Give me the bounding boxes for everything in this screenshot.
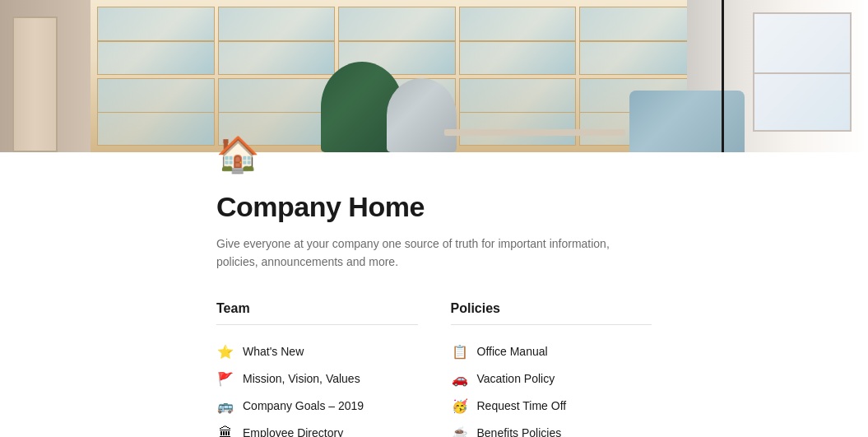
whats-new-icon: ⭐: [216, 344, 234, 360]
list-item[interactable]: 🏛 Employee Directory: [216, 420, 418, 437]
window-pane: [218, 7, 336, 75]
list-item[interactable]: 🚌 Company Goals – 2019: [216, 393, 418, 420]
list-item[interactable]: 🚗 Vacation Policy: [451, 365, 652, 393]
list-item[interactable]: ⭐ What's New: [216, 338, 418, 365]
hero-right: [687, 0, 868, 152]
sofa: [629, 91, 745, 152]
mission-icon: 🚩: [216, 371, 234, 387]
whats-new-label: What's New: [243, 345, 304, 358]
window-pane: [459, 7, 577, 75]
window-pane: [579, 7, 697, 75]
office-manual-icon: 📋: [451, 344, 469, 360]
mission-label: Mission, Vision, Values: [243, 372, 360, 385]
company-goals-label: Company Goals – 2019: [243, 399, 364, 412]
hero-door: [12, 16, 58, 152]
benefits-policies-label: Benefits Policies: [477, 426, 562, 437]
employee-directory-icon: 🏛: [216, 425, 234, 437]
team-column: Team ⭐ What's New 🚩 Mission, Vision, Val…: [216, 301, 418, 437]
hero-windows: [91, 0, 703, 152]
policies-column-title: Policies: [451, 301, 652, 325]
right-window: [753, 12, 852, 132]
request-time-off-icon: 🥳: [451, 398, 469, 414]
list-item[interactable]: ☕ Benefits Policies: [451, 420, 652, 437]
gray-chair: [387, 78, 457, 152]
company-goals-icon: 🚌: [216, 398, 234, 414]
page-description: Give everyone at your company one source…: [216, 235, 611, 272]
page-icon: 🏠: [216, 134, 259, 174]
table: [444, 129, 625, 136]
vacation-policy-icon: 🚗: [451, 371, 469, 387]
policies-column: Policies 📋 Office Manual 🚗 Vacation Poli…: [451, 301, 652, 437]
benefits-policies-icon: ☕: [451, 425, 469, 437]
hero-banner: [0, 0, 868, 152]
lamp-pole: [722, 0, 724, 152]
team-column-title: Team: [216, 301, 418, 325]
list-item[interactable]: 🚩 Mission, Vision, Values: [216, 365, 418, 393]
hero-left-wall: [0, 0, 99, 152]
columns-container: Team ⭐ What's New 🚩 Mission, Vision, Val…: [216, 301, 652, 437]
content-area: 🏠 Company Home Give everyone at your com…: [0, 152, 868, 437]
main-content: Company Home Give everyone at your compa…: [0, 174, 868, 437]
list-item[interactable]: 🥳 Request Time Off: [451, 393, 652, 420]
list-item[interactable]: 📋 Office Manual: [451, 338, 652, 365]
request-time-off-label: Request Time Off: [477, 399, 567, 412]
office-manual-label: Office Manual: [477, 345, 548, 358]
employee-directory-label: Employee Directory: [243, 426, 343, 437]
page-title: Company Home: [216, 191, 652, 223]
window-pane: [97, 78, 215, 146]
window-pane: [97, 7, 215, 75]
vacation-policy-label: Vacation Policy: [477, 372, 555, 385]
